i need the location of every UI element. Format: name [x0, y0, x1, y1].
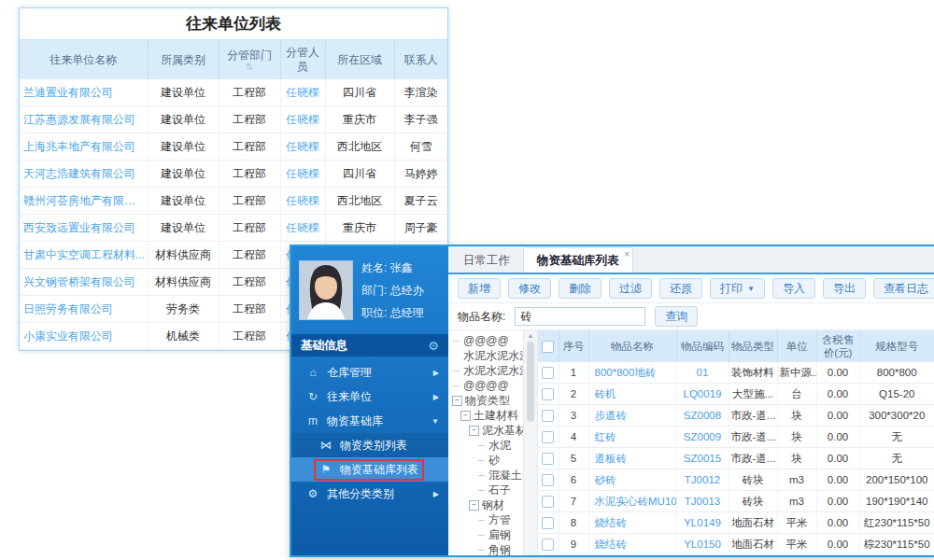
tree-node[interactable]: @@@@ [448, 333, 523, 348]
unit-name-link[interactable]: 日照劳务有限公司 [20, 296, 148, 323]
row-checkbox[interactable] [542, 388, 554, 400]
item-code-link[interactable]: 01 [676, 362, 729, 384]
grid-column-header[interactable]: 物品类型 [729, 330, 777, 362]
item-name-link[interactable]: 水泥实心砖MU10 [588, 491, 676, 512]
item-name-link[interactable]: 烧结砖 [588, 534, 676, 555]
grid-column-header[interactable]: 物品编码 [676, 330, 729, 362]
tree-node[interactable]: − 泥水基材 [448, 423, 523, 438]
item-name-link[interactable]: 砂砖 [588, 469, 676, 491]
tree-expand-icon[interactable] [452, 352, 460, 360]
sidebar-menu-item[interactable]: ⚑ 物资基础库列表 [291, 457, 448, 482]
sidebar-section-header[interactable]: 基础信息 ⚙ [291, 334, 448, 357]
tab[interactable]: 物资基础库列表 × [523, 247, 633, 273]
unit-person-link[interactable]: 任晓棵 [280, 215, 325, 242]
tree-node[interactable]: − 钢材 [448, 497, 523, 512]
row-checkbox[interactable] [542, 367, 554, 379]
table-row[interactable]: 3 步道砖 SZ0008 市政-道... 块 0.00 300*300*20 [538, 405, 934, 427]
row-checkbox[interactable] [542, 517, 554, 529]
unit-name-link[interactable]: 兴文钢管桥架有限公司 [20, 269, 148, 296]
unit-person-link[interactable]: 任晓棵 [280, 161, 325, 188]
table-row[interactable]: 兰迪置业有限公司 建设单位 工程部 任晓棵 四川省 李渲染 [20, 79, 447, 106]
tree-expand-icon[interactable] [477, 531, 486, 539]
tree-expand-icon[interactable] [477, 546, 486, 554]
scrollbar-thumb[interactable] [527, 342, 534, 422]
gear-icon[interactable]: ⚙ [428, 339, 439, 353]
column-header[interactable]: 分管部门 ⇅ [219, 40, 280, 80]
table-row[interactable]: 天河志浩建筑有限公司 建设单位 工程部 任晓棵 四川省 马婷婷 [20, 161, 447, 188]
column-header[interactable]: 联系人 [394, 40, 447, 80]
column-header[interactable]: 所在区域 [325, 40, 394, 80]
sidebar-menu-item[interactable]: ⚙ 其他分类类别 ▶ [291, 482, 448, 506]
item-code-link[interactable]: YL0149 [676, 512, 729, 534]
tree-node[interactable]: 方管 [448, 512, 523, 527]
tree-expand-icon[interactable] [452, 367, 460, 375]
tree-expand-icon[interactable] [452, 337, 460, 345]
toolbar-button[interactable]: 新增 [458, 278, 501, 299]
grid-column-header[interactable]: 物品名称 [588, 330, 676, 362]
grid-column-header[interactable]: 序号 [559, 330, 588, 362]
toolbar-button[interactable]: 导入 [772, 278, 815, 299]
sidebar-menu-item[interactable]: m 物资基础库 ▼ [291, 409, 448, 433]
tree-expand-icon[interactable]: − [452, 396, 462, 406]
tree-expand-icon[interactable]: − [469, 426, 479, 436]
unit-name-link[interactable]: 上海兆丰地产有限公司 [20, 133, 148, 161]
tree-node[interactable]: 角钢 [448, 542, 523, 555]
grid-column-header[interactable]: 单位 [777, 330, 816, 362]
tree-node[interactable]: − 土建材料 [448, 408, 523, 423]
item-code-link[interactable]: LQ0019 [676, 384, 729, 405]
unit-name-link[interactable]: 赣州河荟房地产有限公司 [20, 188, 148, 215]
item-name-link[interactable]: 烧结砖 [588, 512, 676, 534]
item-code-link[interactable]: TJ0012 [676, 469, 729, 491]
tree-expand-icon[interactable] [477, 471, 486, 480]
tree-expand-icon[interactable] [477, 456, 486, 465]
row-checkbox[interactable] [542, 453, 554, 465]
tree-node[interactable]: 水泥水泥水泥水泥水泥水泥 [448, 363, 523, 378]
select-all-checkbox[interactable] [542, 341, 554, 353]
toolbar-button[interactable]: 打印 ▼ [710, 278, 765, 299]
unit-person-link[interactable]: 任晓棵 [280, 133, 325, 161]
row-checkbox[interactable] [542, 431, 554, 443]
tree-expand-icon[interactable] [477, 516, 486, 525]
table-row[interactable]: 6 砂砖 TJ0012 砖块 m3 0.00 200*150*100 [538, 469, 934, 491]
unit-person-link[interactable]: 任晓棵 [280, 188, 325, 215]
tab[interactable]: 日常工作 [450, 248, 523, 273]
item-name-link[interactable]: 砖机 [588, 384, 676, 405]
unit-name-link[interactable]: 西安致远置业有限公司 [20, 215, 148, 242]
item-name-link[interactable]: 步道砖 [588, 405, 676, 427]
item-code-link[interactable]: SZ0015 [676, 448, 729, 469]
close-icon[interactable]: × [624, 248, 630, 259]
unit-name-link[interactable]: 兰迪置业有限公司 [20, 79, 148, 106]
toolbar-button[interactable]: 删除 [559, 278, 601, 299]
tree-expand-icon[interactable]: − [469, 500, 479, 511]
tree-node[interactable]: − 物资类型 [448, 393, 523, 408]
column-header[interactable]: 分管人员 [280, 40, 325, 80]
item-code-link[interactable]: SZ0008 [676, 405, 729, 427]
item-name-link[interactable]: 800*800地砖 [588, 362, 676, 384]
query-button[interactable]: 查询 [655, 306, 698, 327]
toolbar-button[interactable]: 过滤 [609, 278, 652, 299]
tree-node[interactable]: 混凝土 [448, 468, 523, 483]
tree-scrollbar[interactable]: ▲ [524, 330, 538, 555]
sort-icon[interactable]: ⇅ [221, 63, 278, 72]
toolbar-button[interactable]: 导出 [823, 278, 866, 299]
row-checkbox[interactable] [542, 410, 554, 422]
item-code-link[interactable]: YL0150 [676, 534, 729, 555]
column-header[interactable]: 往来单位名称 [20, 40, 148, 80]
scroll-up-icon[interactable]: ▲ [528, 332, 534, 340]
tree-node[interactable]: 水泥水泥水泥水泥水泥水泥 [448, 348, 523, 363]
tree-node[interactable]: 砂 [448, 453, 523, 468]
unit-name-link[interactable]: 小康实业有限公司 [20, 323, 148, 350]
table-row[interactable]: 5 道板砖 SZ0015 市政-道... 块 0.00 无 [538, 448, 934, 469]
table-row[interactable]: 2 砖机 LQ0019 大型施... 台 0.00 Q15-20 [538, 384, 934, 405]
tree-expand-icon[interactable] [452, 382, 460, 390]
unit-person-link[interactable]: 任晓棵 [280, 79, 325, 106]
unit-name-link[interactable]: 江苏惠源发展有限公司 [20, 106, 148, 133]
table-row[interactable]: 赣州河荟房地产有限公司 建设单位 工程部 任晓棵 西北地区 夏子云 [20, 188, 447, 215]
sidebar-menu-item[interactable]: ↻ 往来单位 ▶ [291, 385, 448, 409]
table-row[interactable]: 上海兆丰地产有限公司 建设单位 工程部 任晓棵 西北地区 何雪 [20, 133, 447, 161]
tree-node[interactable]: 扁钢 [448, 527, 523, 542]
unit-person-link[interactable]: 任晓棵 [280, 106, 325, 133]
tree-expand-icon[interactable] [477, 486, 486, 495]
row-checkbox[interactable] [542, 539, 554, 551]
item-name-link[interactable]: 红砖 [588, 427, 676, 448]
